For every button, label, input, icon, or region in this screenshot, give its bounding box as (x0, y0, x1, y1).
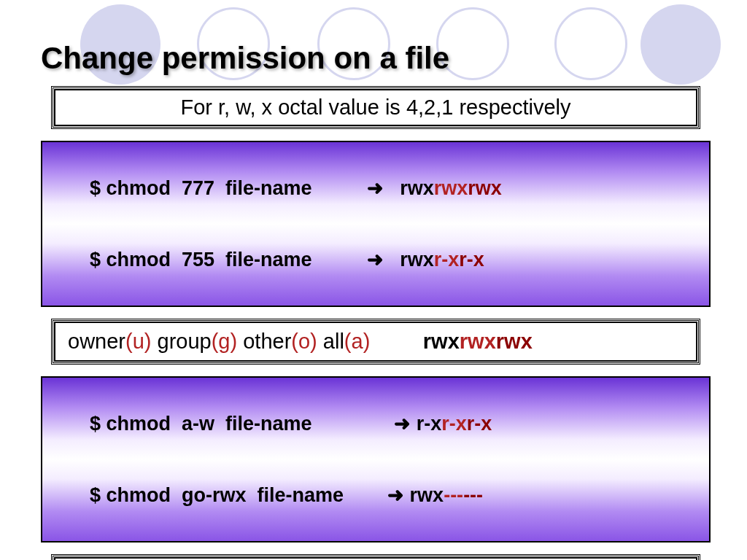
cmd-text: $ chmod 777 file-name (90, 177, 312, 199)
perm-owner: r-x (417, 413, 442, 435)
perm-other: rwx (496, 330, 533, 353)
perm-other: r-x (459, 249, 484, 271)
chmod-777-line: $ chmod 777 file-name ➜ rwxrwxrwx (57, 154, 694, 222)
legend-all: all (323, 330, 344, 353)
legend-group: group (158, 330, 212, 353)
perm-group: r-x (434, 249, 460, 271)
slide-title: Change permission on a file (41, 41, 711, 76)
chmod-symbolic-examples: $ chmod a-w file-name ➜ r-xr-xr-x $ chmo… (41, 376, 711, 542)
perm-example: rwxrwxrwx (376, 330, 532, 353)
perm-owner: rwx (400, 249, 434, 271)
arrow-icon: ➜ (367, 249, 384, 271)
chmod-aw-line: $ chmod a-w file-name ➜ r-xr-xr-x (57, 389, 694, 458)
legend-text: owner(u) group(g) other(o) all(a) (68, 330, 376, 353)
perm-group: rwx (460, 330, 496, 353)
perm-owner: rwx (400, 177, 434, 199)
cmd-text: $ chmod 755 file-name (90, 249, 312, 271)
legend-owner: owner (68, 330, 125, 353)
cmd-text: $ chmod go-rwx file-name (90, 484, 344, 506)
perm-other: --- (463, 484, 483, 506)
legend-other-code: (o) (291, 330, 317, 353)
perm-group: r-x (441, 413, 467, 435)
perm-owner: rwx (410, 484, 444, 506)
legend-owner-code: (u) (125, 330, 151, 353)
legend-other: other (243, 330, 291, 353)
perm-owner: rwx (423, 330, 460, 353)
arrow-icon: ➜ (387, 484, 404, 506)
cmd-text: $ chmod a-w file-name (90, 413, 312, 435)
octal-note-box: For r, w, x octal value is 4,2,1 respect… (51, 86, 700, 129)
legend-all-code: (a) (344, 330, 370, 353)
perm-other: r-x (467, 413, 492, 435)
legend-classes-1: owner(u) group(g) other(o) all(a) rwxrwx… (51, 319, 700, 365)
slide-content: Change permission on a file For r, w, x … (0, 0, 747, 560)
chmod-octal-examples: $ chmod 777 file-name ➜ rwxrwxrwx $ chmo… (41, 141, 711, 307)
chmod-gorwx-line: $ chmod go-rwx file-name ➜ rwx------ (57, 461, 694, 529)
perm-other: rwx (468, 177, 502, 199)
legend-classes-2: owner(u) group(g) other(o) all(a) ------… (51, 554, 700, 560)
arrow-icon: ➜ (394, 413, 411, 435)
legend-group-code: (g) (212, 330, 237, 353)
arrow-icon: ➜ (367, 177, 384, 199)
perm-group: rwx (434, 177, 468, 199)
chmod-755-line: $ chmod 755 file-name ➜ rwxr-xr-x (57, 225, 694, 294)
perm-group: --- (444, 484, 463, 506)
